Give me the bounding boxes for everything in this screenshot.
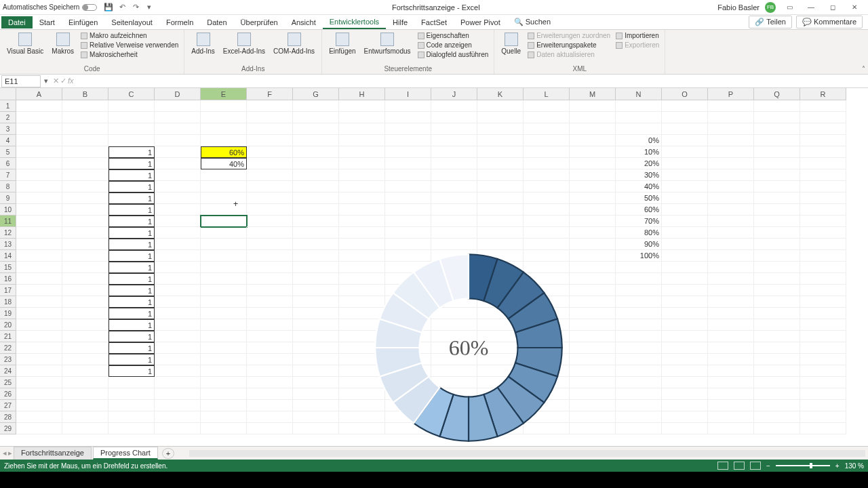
cell[interactable] [708,239,754,250]
cell[interactable] [201,342,247,354]
cell[interactable] [62,135,108,146]
cell[interactable] [800,377,846,388]
cell[interactable] [662,135,708,146]
cell[interactable] [754,192,800,204]
row-header[interactable]: 10 [0,204,16,216]
cell[interactable] [339,158,385,169]
view-page-break-icon[interactable] [750,462,761,470]
cell[interactable] [754,285,800,296]
cell[interactable] [800,192,846,204]
cell[interactable] [155,250,201,262]
column-header[interactable]: E [201,88,247,100]
cell[interactable] [570,388,616,400]
cell[interactable] [477,227,524,239]
cell[interactable] [201,123,247,135]
cell[interactable] [662,388,708,400]
cell[interactable] [247,250,293,262]
cell[interactable] [62,100,108,112]
cell[interactable] [155,100,201,112]
cell[interactable] [247,123,293,135]
cell[interactable] [293,123,339,135]
cell[interactable] [339,146,385,158]
cell[interactable] [708,423,754,434]
cell[interactable] [108,100,155,112]
cell[interactable] [247,377,293,388]
macro-security-button[interactable]: Makrosicherheit [79,50,180,59]
cell[interactable] [800,400,846,411]
maximize-icon[interactable]: ◻ [825,1,841,14]
cell[interactable] [339,239,385,250]
share-button[interactable]: 🔗 Teilen [749,16,792,28]
cell[interactable] [708,308,754,319]
row-header[interactable]: 29 [0,423,16,434]
cell[interactable] [570,100,616,112]
cell[interactable] [385,146,431,158]
cell[interactable] [339,100,385,112]
cell[interactable] [616,285,662,296]
cell[interactable] [524,192,570,204]
cell[interactable] [800,169,846,181]
cell[interactable] [247,423,293,434]
cell[interactable] [339,204,385,216]
cell[interactable] [16,342,62,354]
cell[interactable] [16,296,62,308]
tab-formeln[interactable]: Formeln [159,16,200,28]
cell[interactable] [570,400,616,411]
cell[interactable] [16,100,62,112]
cell[interactable] [339,135,385,146]
add-sheet-button[interactable]: + [162,448,174,459]
cell[interactable] [155,296,201,308]
cell[interactable] [155,331,201,342]
cell[interactable] [247,100,293,112]
cell[interactable] [616,112,662,123]
cell[interactable] [431,227,477,239]
cell[interactable] [754,262,800,273]
cell[interactable] [570,377,616,388]
cell[interactable] [247,319,293,331]
cell[interactable] [800,342,846,354]
cell[interactable] [201,112,247,123]
cell[interactable] [616,319,662,331]
cell[interactable] [524,158,570,169]
cell[interactable] [524,227,570,239]
cell[interactable] [754,239,800,250]
cell[interactable] [62,319,108,331]
cell[interactable] [247,400,293,411]
cell[interactable]: 100% [616,250,662,262]
namebox-dropdown-icon[interactable]: ▾ [42,77,50,85]
sheet-nav-last-icon[interactable]: ▸ [8,449,12,458]
row-header[interactable]: 23 [0,354,16,365]
cell[interactable] [616,365,662,377]
sheet-tab[interactable]: Progress Chart [93,447,158,460]
cell[interactable] [201,169,247,181]
enter-formula-icon[interactable]: ✓ [60,77,66,85]
undo-icon[interactable]: ↶ [117,3,127,12]
row-header[interactable]: 4 [0,135,16,146]
cell[interactable] [477,169,524,181]
cell[interactable] [524,169,570,181]
cell[interactable] [616,377,662,388]
row-header[interactable]: 12 [0,227,16,239]
cell[interactable] [616,273,662,285]
cell[interactable] [662,308,708,319]
com-addins-button[interactable]: COM-Add-Ins [271,31,317,56]
cell[interactable] [62,158,108,169]
tab-file[interactable]: Datei [1,16,33,28]
cell[interactable] [800,365,846,377]
cell[interactable] [431,146,477,158]
cell[interactable] [800,388,846,400]
cell[interactable] [754,250,800,262]
row-header[interactable]: 25 [0,377,16,388]
cell[interactable] [247,411,293,423]
cell[interactable] [616,411,662,423]
cell[interactable] [62,169,108,181]
cell[interactable] [293,354,339,365]
cell[interactable] [800,227,846,239]
cell[interactable] [708,112,754,123]
close-icon[interactable]: ✕ [846,1,863,14]
cell[interactable] [662,181,708,192]
cell[interactable] [800,204,846,216]
cell[interactable] [708,181,754,192]
cell[interactable] [16,181,62,192]
cell[interactable] [524,123,570,135]
